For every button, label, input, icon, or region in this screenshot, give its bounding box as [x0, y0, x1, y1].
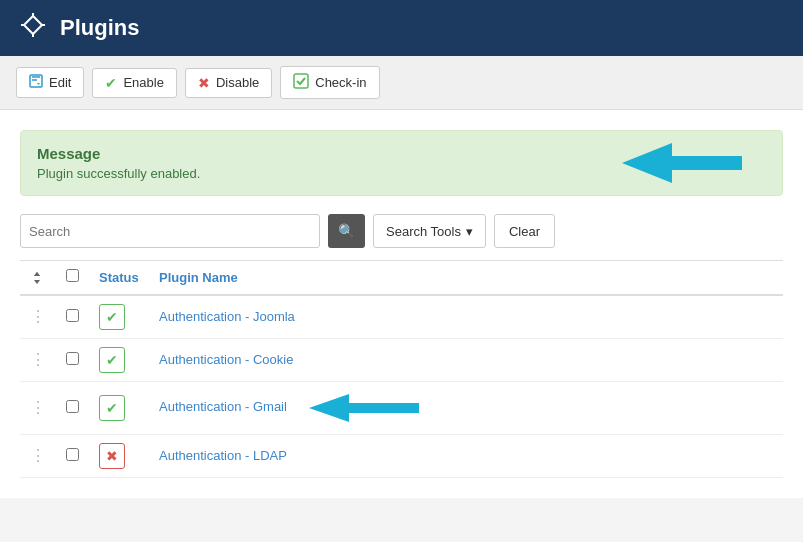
drag-handle-cell: ⋮: [20, 434, 56, 477]
row-name-cell: Authentication - Gmail: [149, 381, 783, 434]
row-checkbox-cell[interactable]: [56, 381, 89, 434]
row-checkbox-cell[interactable]: [56, 295, 89, 339]
select-all-checkbox[interactable]: [66, 269, 79, 282]
status-enabled-icon[interactable]: ✔: [99, 395, 125, 421]
page-title: Plugins: [60, 15, 139, 41]
status-disabled-icon[interactable]: ✖: [99, 443, 125, 469]
search-bar: 🔍 Search Tools ▾ Clear: [20, 214, 783, 248]
disable-icon: ✖: [198, 75, 210, 91]
enable-icon: ✔: [105, 75, 117, 91]
row-checkbox[interactable]: [66, 448, 79, 461]
drag-handle[interactable]: ⋮: [30, 308, 46, 325]
enable-button[interactable]: ✔ Enable: [92, 68, 176, 98]
edit-button[interactable]: Edit: [16, 67, 84, 98]
message-arrow-icon: [622, 138, 742, 188]
search-icon: 🔍: [338, 223, 355, 239]
svg-marker-9: [34, 272, 40, 276]
chevron-down-icon: ▾: [466, 224, 473, 239]
plugins-icon: [20, 12, 46, 44]
drag-handle[interactable]: ⋮: [30, 351, 46, 368]
plugin-name-link[interactable]: Authentication - Gmail: [159, 399, 287, 414]
svg-marker-11: [309, 394, 419, 422]
row-checkbox[interactable]: [66, 352, 79, 365]
status-enabled-icon[interactable]: ✔: [99, 347, 125, 373]
search-input-wrap[interactable]: [20, 214, 320, 248]
table-row: ⋮ ✔ Authentication - Gmail: [20, 381, 783, 434]
table-row: ⋮ ✔ Authentication - Cookie: [20, 338, 783, 381]
content-area: Message Plugin successfully enabled. 🔍 S…: [0, 110, 803, 498]
clear-label: Clear: [509, 224, 540, 239]
edit-icon: [29, 74, 43, 91]
row-checkbox[interactable]: [66, 309, 79, 322]
page-header: Plugins: [0, 0, 803, 56]
search-submit-button[interactable]: 🔍: [328, 214, 365, 248]
disable-label: Disable: [216, 75, 259, 90]
row-checkbox-cell[interactable]: [56, 338, 89, 381]
search-input[interactable]: [29, 224, 311, 239]
drag-handle[interactable]: ⋮: [30, 399, 46, 416]
edit-label: Edit: [49, 75, 71, 90]
toolbar: Edit ✔ Enable ✖ Disable Check-in: [0, 56, 803, 110]
status-column-header: Status: [89, 261, 149, 295]
plugin-name-link[interactable]: Authentication - Cookie: [159, 352, 293, 367]
checkbox-column-header[interactable]: [56, 261, 89, 295]
search-tools-label: Search Tools: [386, 224, 461, 239]
row-status-cell[interactable]: ✔: [89, 381, 149, 434]
row-checkbox-cell[interactable]: [56, 434, 89, 477]
disable-button[interactable]: ✖ Disable: [185, 68, 272, 98]
drag-handle-cell: ⋮: [20, 295, 56, 339]
row-name-cell: Authentication - Cookie: [149, 338, 783, 381]
svg-marker-10: [34, 280, 40, 284]
drag-handle-cell: ⋮: [20, 338, 56, 381]
row-status-cell[interactable]: ✖: [89, 434, 149, 477]
checkin-icon: [293, 73, 309, 92]
svg-marker-8: [622, 143, 742, 183]
row-checkbox[interactable]: [66, 400, 79, 413]
clear-button[interactable]: Clear: [494, 214, 555, 248]
message-box: Message Plugin successfully enabled.: [20, 130, 783, 196]
status-enabled-icon[interactable]: ✔: [99, 304, 125, 330]
plugin-name-link[interactable]: Authentication - LDAP: [159, 448, 287, 463]
enable-label: Enable: [123, 75, 163, 90]
search-tools-button[interactable]: Search Tools ▾: [373, 214, 486, 248]
drag-handle-cell: ⋮: [20, 381, 56, 434]
name-column-header: Plugin Name: [149, 261, 783, 295]
row-status-cell[interactable]: ✔: [89, 338, 149, 381]
checkin-label: Check-in: [315, 75, 366, 90]
checkin-button[interactable]: Check-in: [280, 66, 379, 99]
svg-rect-7: [294, 74, 308, 88]
drag-handle[interactable]: ⋮: [30, 447, 46, 464]
row-status-cell[interactable]: ✔: [89, 295, 149, 339]
sort-column-header[interactable]: [20, 261, 56, 295]
row-name-cell: Authentication - LDAP: [149, 434, 783, 477]
row-arrow-icon: [309, 390, 419, 426]
plugin-name-link[interactable]: Authentication - Joomla: [159, 309, 295, 324]
plugins-table: Status Plugin Name ⋮ ✔ Authentication - …: [20, 260, 783, 478]
table-row: ⋮ ✖ Authentication - LDAP: [20, 434, 783, 477]
table-row: ⋮ ✔ Authentication - Joomla: [20, 295, 783, 339]
row-name-cell: Authentication - Joomla: [149, 295, 783, 339]
